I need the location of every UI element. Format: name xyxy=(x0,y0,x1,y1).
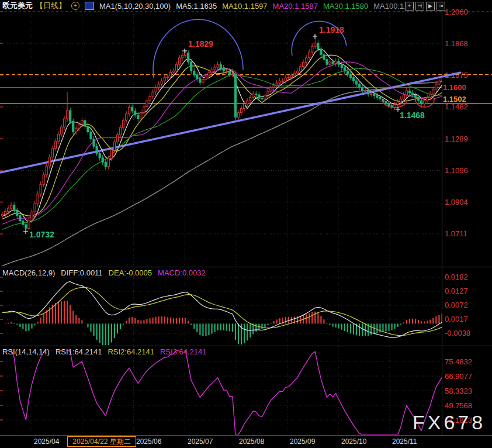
rsi-panel-header: RSI(14,14,14) RSI1:64.2141 RSI2:64.2141 … xyxy=(2,347,206,356)
svg-text:75.4832: 75.4832 xyxy=(445,357,472,366)
svg-text:1.2060: 1.2060 xyxy=(445,8,468,16)
ma-settings-label: MA1(5,10,20,30,100) xyxy=(99,2,171,11)
svg-text:1.1600: 1.1600 xyxy=(443,83,466,92)
ma5-value: MA5:1.1635 xyxy=(176,2,217,11)
svg-text:1.0711: 1.0711 xyxy=(445,229,467,238)
x-axis-date-row: 2025/04/22 星期二 2025/042025/062025/072025… xyxy=(0,436,492,448)
svg-text:49.7568: 49.7568 xyxy=(445,401,472,410)
svg-text:1.1096: 1.1096 xyxy=(445,166,468,175)
ma10-value: MA10:1.1597 xyxy=(222,2,267,11)
macd-title: MACD(26,12,9) xyxy=(2,268,55,277)
x-axis-label: 2025/10 xyxy=(341,437,366,446)
chart-type-icon[interactable] xyxy=(85,2,94,10)
x-axis-label: 2025/06 xyxy=(136,437,161,446)
svg-text:0.0017: 0.0017 xyxy=(445,315,468,323)
rsi2-value: RSI2:64.2141 xyxy=(108,347,154,356)
rsi3-value: RSI3:64.2141 xyxy=(160,347,207,356)
svg-text:1.1482: 1.1482 xyxy=(445,102,468,111)
svg-text:0.0182: 0.0182 xyxy=(445,273,468,281)
macd-panel-header: MACD(26,12,9) DIFF:0.0011 DEA:-0.0005 MA… xyxy=(2,268,206,277)
ma20-value: MA20:1.1587 xyxy=(273,2,318,11)
svg-text:0.0072: 0.0072 xyxy=(445,301,468,309)
svg-text:1.1868: 1.1868 xyxy=(445,39,468,48)
chart-toolbar: + ⊣ ▶ ⇥ xyxy=(405,2,445,11)
main-chart-canvas[interactable]: 1.20601.18681.16751.14821.12891.10961.09… xyxy=(0,0,492,448)
rsi1-value: RSI1:64.2141 xyxy=(56,347,102,356)
trading-chart-window: 1.20601.18681.16751.14821.12891.10961.09… xyxy=(0,0,492,448)
play-forward-icon[interactable]: ▶ xyxy=(426,2,435,11)
fx678-watermark: FX678 xyxy=(413,411,486,434)
macd-diff-value: DIFF:0.0011 xyxy=(61,268,102,277)
zoom-reset-icon[interactable]: ⊣ xyxy=(415,2,424,11)
macd-macd-value: MACD:0.0032 xyxy=(158,268,206,277)
svg-text:66.9077: 66.9077 xyxy=(445,372,472,381)
svg-text:1.0732: 1.0732 xyxy=(29,230,54,239)
x-axis-label: 2025/04 xyxy=(34,437,59,446)
x-axis-label: 2025/08 xyxy=(239,437,264,446)
svg-text:58.3323: 58.3323 xyxy=(445,387,472,395)
macd-dea-value: DEA:-0.0005 xyxy=(109,268,152,277)
svg-text:0.0127: 0.0127 xyxy=(445,287,468,295)
selected-date-box: 2025/04/22 星期二 xyxy=(67,436,136,447)
ma30-value: MA30:1.1580 xyxy=(323,2,368,11)
svg-text:1.1502: 1.1502 xyxy=(443,95,466,104)
svg-text:1.1829: 1.1829 xyxy=(188,39,213,49)
svg-text:1.1468: 1.1468 xyxy=(400,111,425,120)
svg-text:1.1918: 1.1918 xyxy=(319,25,344,35)
svg-text:1.0904: 1.0904 xyxy=(445,198,468,206)
x-axis-label: 2025/11 xyxy=(392,437,417,446)
pan-icon[interactable]: + xyxy=(405,2,414,11)
svg-text:1.1289: 1.1289 xyxy=(445,135,468,143)
x-axis-label: 2025/07 xyxy=(188,437,213,446)
svg-text:-0.0038: -0.0038 xyxy=(445,329,470,337)
x-axis-label: 2025/09 xyxy=(290,437,315,446)
add-indicator-icon[interactable]: + xyxy=(71,2,79,10)
rsi-title: RSI(14,14,14) xyxy=(2,347,50,356)
shift-right-icon[interactable]: ⇥ xyxy=(436,2,445,11)
chart-header: 欧元美元 【日线】 + MA1(5,10,20,30,100) MA5:1.16… xyxy=(2,1,414,11)
timeframe-label[interactable]: 【日线】 xyxy=(36,1,66,11)
